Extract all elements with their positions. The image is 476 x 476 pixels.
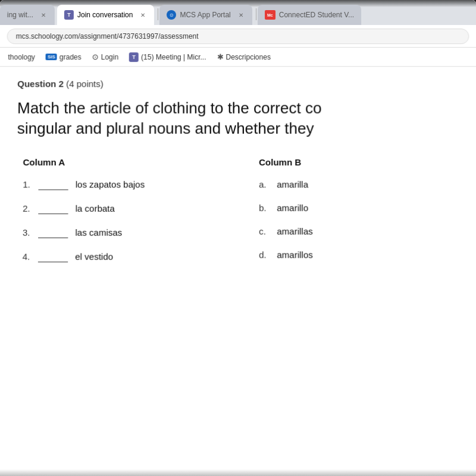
tab-close-icon[interactable]: ✕ — [237, 11, 245, 19]
descripciones-icon: ✱ — [217, 52, 223, 61]
matching-columns: Column A 1. los zapatos bajos 2. la corb… — [17, 157, 460, 275]
column-a-item-3: 3. las camisas — [23, 227, 223, 238]
address-input[interactable]: mcs.schoology.com/assignment/4737631997/… — [7, 29, 469, 44]
question-number: Question 2 — [17, 79, 64, 89]
column-b: Column B a. amarilla b. amarillo c. amar… — [259, 157, 459, 275]
sis-badge: SIS — [46, 54, 57, 60]
bookmark-label: (15) Meeting | Micr... — [141, 53, 206, 61]
tab-bar: ing wit... ✕ T Join conversation ✕ ⊙ MCS… — [0, 0, 476, 25]
column-b-header: Column B — [259, 157, 459, 167]
address-text: mcs.schoology.com/assignment/4737631997/… — [16, 32, 199, 40]
item-text: las camisas — [75, 227, 122, 237]
question-line-1: Match the article of clothing to the cor… — [17, 98, 459, 118]
bookmark-label: grades — [60, 53, 82, 61]
item-number: 4. — [23, 252, 33, 262]
answer-blank-1[interactable] — [38, 179, 68, 190]
tab-label: Join conversation — [77, 11, 133, 19]
column-a-item-2: 2. la corbata — [23, 203, 223, 214]
page-content: Question 2 (4 points) Match the article … — [0, 67, 476, 476]
tab-divider — [158, 8, 158, 20]
tab-join-conversation[interactable]: T Join conversation ✕ — [57, 5, 155, 25]
bookmarks-bar: thoology SIS grades ⊙ Login T (15) Meeti… — [0, 48, 476, 67]
column-b-item-d: d. amarillos — [259, 249, 459, 259]
column-a: Column A 1. los zapatos bajos 2. la corb… — [23, 157, 223, 275]
item-number: 1. — [23, 179, 33, 189]
item-letter: c. — [259, 226, 270, 236]
tab-connected[interactable]: Mc ConnectED Student V... — [258, 5, 361, 25]
question-text: Match the article of clothing to the cor… — [17, 98, 459, 139]
bookmark-label: thoology — [8, 53, 35, 61]
mcs-icon: ⊙ — [167, 10, 176, 20]
teams-icon-bookmark: T — [129, 52, 139, 62]
column-a-item-1: 1. los zapatos bajos — [23, 179, 223, 190]
column-a-header: Column A — [23, 157, 223, 167]
item-number: 2. — [23, 203, 33, 214]
item-letter: b. — [259, 202, 270, 212]
bookmark-descripciones[interactable]: ✱ Descripciones — [213, 51, 274, 62]
answer-blank-4[interactable] — [38, 251, 68, 262]
item-text: amarilla — [277, 179, 308, 189]
tab-label: ConnectED Student V... — [279, 11, 354, 19]
login-icon: ⊙ — [92, 52, 99, 61]
column-a-item-4: 4. el vestido — [23, 251, 223, 262]
item-text: amarillo — [277, 202, 308, 212]
question-line-2: singular and plural nouns and whether th… — [17, 118, 459, 139]
item-number: 3. — [23, 227, 33, 237]
bookmark-grades[interactable]: SIS grades — [42, 52, 85, 62]
bookmark-login[interactable]: ⊙ Login — [89, 51, 123, 62]
browser-window: ing wit... ✕ T Join conversation ✕ ⊙ MCS… — [0, 0, 476, 476]
tab-divider-2 — [256, 8, 256, 20]
address-bar: mcs.schoology.com/assignment/4737631997/… — [0, 25, 476, 48]
item-text: amarillos — [277, 249, 312, 259]
bookmark-meeting[interactable]: T (15) Meeting | Micr... — [126, 51, 209, 63]
tab-close-icon[interactable]: ✕ — [139, 11, 147, 19]
tab-label: MCS App Portal — [180, 11, 230, 19]
mc-icon: Mc — [265, 10, 275, 20]
column-b-item-a: a. amarilla — [259, 179, 459, 189]
teams-icon: T — [64, 10, 74, 20]
tab-mcs-portal[interactable]: ⊙ MCS App Portal ✕ — [159, 5, 252, 25]
bookmark-schoology[interactable]: thoology — [4, 52, 39, 62]
column-b-item-b: b. amarillo — [259, 202, 459, 212]
item-letter: d. — [259, 249, 270, 259]
tab-ing-with[interactable]: ing wit... ✕ — [0, 5, 55, 25]
item-text: la corbata — [76, 203, 115, 214]
column-b-item-c: c. amarillas — [259, 226, 459, 236]
question-header: Question 2 (4 points) — [17, 79, 459, 89]
answer-blank-2[interactable] — [38, 203, 68, 214]
item-text: amarillas — [277, 226, 312, 236]
bookmark-label: Descripciones — [226, 53, 270, 61]
answer-blank-3[interactable] — [38, 227, 68, 238]
tab-label: ing wit... — [7, 11, 33, 19]
item-text: los zapatos bajos — [76, 179, 145, 189]
item-text: el vestido — [75, 252, 113, 262]
item-letter: a. — [259, 179, 270, 189]
bookmark-label: Login — [101, 53, 118, 61]
tab-close-icon[interactable]: ✕ — [39, 11, 48, 19]
question-points: (4 points) — [66, 79, 104, 89]
